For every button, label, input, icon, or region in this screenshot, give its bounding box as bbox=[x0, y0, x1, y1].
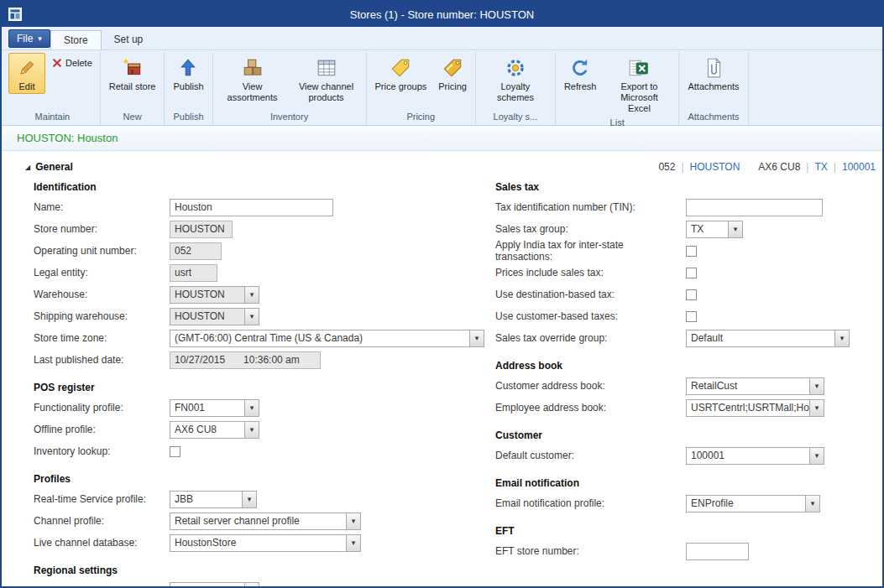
functionality-profile-combo[interactable]: FN001 bbox=[170, 399, 259, 417]
sales-tax-group-combo[interactable]: TX bbox=[686, 221, 743, 238]
default-customer-combo[interactable]: 100001 bbox=[686, 447, 824, 465]
store-number-label: Store number: bbox=[34, 223, 170, 235]
store-time-zone-label: Store time zone: bbox=[34, 332, 170, 344]
file-menu-button[interactable]: File bbox=[8, 29, 50, 48]
ribbon-group-loyalty: Loyalty schemes Loyalty s... bbox=[476, 52, 556, 125]
store-time-zone-combo[interactable]: (GMT-06:00) Central Time (US & Canada) bbox=[170, 330, 484, 347]
fasttab-title: General bbox=[35, 161, 73, 173]
name-input[interactable]: Houston bbox=[170, 199, 333, 216]
summary-link-store[interactable]: HOUSTON bbox=[690, 161, 740, 173]
dropdown-arrow-icon[interactable] bbox=[244, 583, 259, 587]
offline-profile-combo[interactable]: AX6 CU8 bbox=[170, 421, 259, 439]
destination-tax-checkbox[interactable] bbox=[686, 289, 697, 300]
warehouse-combo[interactable]: HOUSTON bbox=[170, 286, 259, 304]
dropdown-arrow-icon[interactable] bbox=[469, 330, 484, 346]
inventory-lookup-label: Inventory lookup: bbox=[34, 445, 170, 457]
loyalty-schemes-button[interactable]: Loyalty schemes bbox=[479, 53, 552, 105]
employee-address-book-label: Employee address book: bbox=[495, 402, 686, 414]
dropdown-arrow-icon[interactable] bbox=[244, 287, 259, 303]
realtime-service-profile-label: Real-time Service profile: bbox=[34, 493, 170, 505]
dropdown-arrow-icon[interactable] bbox=[346, 513, 360, 529]
realtime-service-profile-combo[interactable]: JBB bbox=[170, 491, 257, 508]
customer-address-book-combo[interactable]: RetailCust bbox=[686, 377, 824, 395]
shipping-warehouse-combo[interactable]: HOUSTON bbox=[170, 308, 259, 325]
destination-tax-label: Use destination-based tax: bbox=[495, 289, 686, 300]
field-row-india-tax: Apply India tax for inter-state transact… bbox=[487, 240, 876, 262]
field-row-store-time-zone: Store time zone: (GMT-06:00) Central Tim… bbox=[25, 327, 487, 349]
tab-set-up[interactable]: Set up bbox=[102, 30, 156, 49]
tin-input[interactable] bbox=[686, 199, 823, 216]
dropdown-arrow-icon[interactable] bbox=[244, 309, 259, 325]
view-assortments-button[interactable]: View assortments bbox=[217, 53, 289, 105]
dropdown-arrow-icon[interactable] bbox=[346, 535, 360, 551]
tab-store[interactable]: Store bbox=[50, 30, 102, 50]
refresh-button[interactable]: Refresh bbox=[559, 53, 602, 94]
field-row-destination-tax: Use destination-based tax: bbox=[487, 284, 876, 305]
sales-tax-override-combo[interactable]: Default bbox=[686, 330, 850, 347]
delete-button[interactable]: Delete bbox=[46, 55, 97, 71]
attachment-icon bbox=[702, 56, 725, 80]
inventory-lookup-checkbox[interactable] bbox=[170, 446, 180, 457]
regional-partial-combo[interactable] bbox=[170, 582, 259, 587]
grid-icon bbox=[315, 56, 338, 80]
prices-include-tax-checkbox[interactable] bbox=[686, 268, 697, 278]
channel-profile-combo[interactable]: Retail server channel profile bbox=[170, 513, 361, 530]
export-excel-button[interactable]: Export to Microsoft Excel bbox=[603, 53, 675, 116]
publish-button[interactable]: Publish bbox=[168, 53, 208, 94]
field-row-inventory-lookup: Inventory lookup: bbox=[25, 440, 487, 462]
field-row-store-number: Store number: HOUSTON bbox=[25, 218, 487, 240]
dropdown-arrow-icon[interactable] bbox=[728, 221, 742, 237]
operating-unit-field: 052 bbox=[170, 242, 222, 260]
section-customer: Customer bbox=[487, 426, 876, 445]
employee-address-book-combo[interactable]: USRTCentrl;USRTMall;Hou bbox=[686, 399, 824, 417]
record-title: HOUSTON: Houston bbox=[17, 132, 118, 144]
customer-tax-label: Use customer-based taxes: bbox=[495, 310, 686, 322]
field-row-customer-tax: Use customer-based taxes: bbox=[487, 305, 876, 327]
eft-store-number-input[interactable] bbox=[686, 543, 749, 560]
price-groups-button[interactable]: Price groups bbox=[370, 53, 432, 94]
field-row-regional-partial bbox=[25, 580, 487, 586]
group-label-loyalty: Loyalty s... bbox=[479, 111, 552, 125]
summary-link-tax-group[interactable]: TX bbox=[814, 161, 827, 173]
last-published-date-field: 10/27/2015 10:36:00 am bbox=[170, 351, 321, 369]
dropdown-arrow-icon[interactable] bbox=[809, 378, 824, 394]
attachments-button[interactable]: Attachments bbox=[683, 53, 744, 94]
ribbon-group-pricing: Price groups Pricing Pricing bbox=[367, 52, 476, 125]
dropdown-arrow-icon[interactable] bbox=[244, 422, 259, 438]
dropdown-arrow-icon[interactable] bbox=[809, 448, 824, 464]
dropdown-arrow-icon[interactable] bbox=[809, 400, 824, 416]
summary-link-customer[interactable]: 100001 bbox=[842, 161, 876, 173]
shipping-warehouse-label: Shipping warehouse: bbox=[34, 310, 170, 322]
ribbon-group-list: Refresh Export to Microsoft Excel List bbox=[556, 52, 680, 125]
boxes-icon bbox=[241, 56, 264, 80]
prices-include-tax-label: Prices include sales tax: bbox=[495, 267, 686, 278]
operating-unit-label: Operating unit number: bbox=[34, 245, 170, 257]
dropdown-arrow-icon[interactable] bbox=[242, 492, 256, 507]
live-channel-database-combo[interactable]: HoustonStore bbox=[170, 534, 361, 552]
last-published-label: Last published date: bbox=[34, 354, 170, 366]
fasttab-summary: 052 HOUSTON AX6 CU8 TX 100001 bbox=[658, 161, 876, 173]
sales-tax-group-label: Sales tax group: bbox=[495, 223, 686, 235]
group-label-inventory: Inventory bbox=[216, 111, 364, 125]
right-column: Sales tax Tax identification number (TIN… bbox=[487, 178, 876, 586]
general-fasttab-header[interactable]: General 052 HOUSTON AX6 CU8 TX 100001 bbox=[25, 151, 876, 176]
view-channel-products-button[interactable]: View channel products bbox=[290, 53, 363, 105]
pricing-button[interactable]: Pricing bbox=[433, 53, 472, 94]
summary-separator bbox=[834, 161, 836, 173]
field-row-functionality-profile: Functionality profile: FN001 bbox=[25, 397, 487, 419]
edit-button[interactable]: Edit bbox=[8, 53, 45, 94]
legal-entity-field: usrt bbox=[170, 264, 217, 282]
field-row-operating-unit: Operating unit number: 052 bbox=[25, 240, 487, 262]
customer-tax-checkbox[interactable] bbox=[686, 311, 697, 322]
delete-x-icon bbox=[51, 57, 63, 69]
dropdown-arrow-icon[interactable] bbox=[244, 400, 259, 416]
section-email-notification: Email notification bbox=[487, 474, 876, 492]
summary-operating-unit: 052 bbox=[658, 161, 675, 173]
dropdown-arrow-icon[interactable] bbox=[834, 330, 849, 346]
window-title: Stores (1) - Store number: HOUSTON bbox=[2, 8, 882, 21]
india-tax-checkbox[interactable] bbox=[686, 246, 697, 257]
email-notification-profile-label: Email notification profile: bbox=[495, 497, 686, 509]
email-notification-profile-combo[interactable]: ENProfile bbox=[686, 495, 820, 513]
retail-store-button[interactable]: Retail store bbox=[104, 53, 161, 94]
dropdown-arrow-icon[interactable] bbox=[805, 496, 819, 512]
